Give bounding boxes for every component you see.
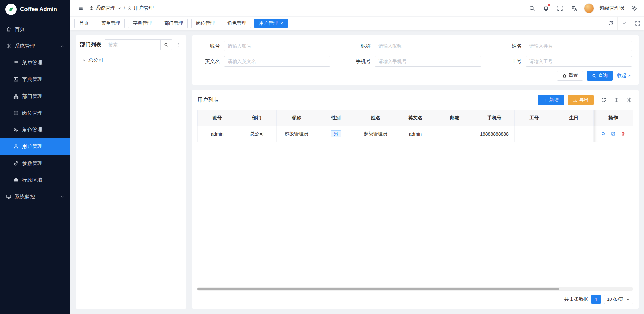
- tree-node-head-office[interactable]: 总公司: [81, 55, 181, 65]
- search-form-grid: 账号 昵称 姓名 英文名: [199, 41, 632, 67]
- field-nickname: 昵称: [349, 41, 481, 51]
- column-settings-button[interactable]: [625, 96, 633, 104]
- column-header-name: 姓名: [356, 110, 395, 126]
- tab-user-management[interactable]: 用户管理 ×: [254, 19, 288, 28]
- export-button[interactable]: 导出: [568, 95, 594, 105]
- tab-label: 首页: [79, 20, 89, 26]
- global-search-button[interactable]: [528, 4, 536, 13]
- chevron-up-icon: [60, 44, 64, 48]
- fullscreen-button[interactable]: [556, 4, 565, 13]
- department-more-button[interactable]: [175, 41, 182, 48]
- column-header-phone: 手机号: [475, 110, 514, 126]
- sidebar-item-post-management[interactable]: 岗位管理: [0, 105, 70, 121]
- tab-label: 菜单管理: [101, 20, 120, 26]
- cell-phone: 18888888888: [475, 126, 514, 142]
- tab-bar: 首页 菜单管理 字典管理 部门管理 岗位管理 角色管理 用户管理 ×: [70, 16, 644, 30]
- chevron-down-icon: [117, 6, 121, 10]
- department-panel-title: 部门列表: [80, 41, 101, 48]
- query-button[interactable]: 查询: [587, 71, 613, 81]
- user-avatar[interactable]: [584, 3, 594, 13]
- english-name-input[interactable]: [224, 56, 330, 67]
- column-header-department: 部门: [237, 110, 277, 126]
- chevron-down-icon: [622, 21, 627, 26]
- add-button-label: 新增: [549, 97, 559, 103]
- sidebar-item-user-management[interactable]: 用户管理: [0, 138, 70, 155]
- collapse-button[interactable]: 收起: [617, 73, 632, 79]
- gender-tag: 男: [331, 130, 341, 138]
- sidebar-item-label: 字典管理: [22, 76, 42, 83]
- breadcrumb-item-system[interactable]: 系统管理: [89, 5, 121, 11]
- chevron-down-icon: [60, 195, 64, 199]
- language-button[interactable]: [570, 4, 579, 13]
- app-title: Coffee Admin: [20, 6, 57, 13]
- cell-email: [435, 126, 475, 142]
- account-input[interactable]: [224, 41, 330, 51]
- delete-row-button[interactable]: [620, 131, 626, 137]
- horizontal-scrollbar[interactable]: [197, 287, 633, 291]
- refresh-table-button[interactable]: [600, 96, 608, 104]
- notifications-button[interactable]: [542, 4, 550, 13]
- user-table: 账号 部门 昵称 性别 姓名 英文名 邮箱 手机号 工号 生日 操作: [197, 110, 633, 142]
- tab-dictionary-management[interactable]: 字典管理: [128, 19, 156, 28]
- sidebar-item-home[interactable]: 首页: [0, 21, 70, 38]
- refresh-tab-button[interactable]: [604, 17, 617, 30]
- department-search-button[interactable]: [160, 40, 172, 50]
- reset-button[interactable]: 重置: [557, 71, 583, 81]
- sidebar-item-parameter-management[interactable]: 参数管理: [0, 155, 70, 172]
- department-tree: 总公司: [80, 55, 182, 66]
- department-search-input[interactable]: [105, 42, 160, 47]
- sidebar-item-admin-region[interactable]: 行政区域: [0, 172, 70, 188]
- name-input[interactable]: [526, 41, 632, 51]
- page-size-select[interactable]: 10 条/页: [604, 295, 633, 304]
- cell-actions: [593, 126, 633, 142]
- sidebar-item-menu-management[interactable]: 菜单管理: [0, 54, 70, 71]
- tab-label: 角色管理: [227, 20, 246, 26]
- view-row-button[interactable]: [601, 131, 606, 137]
- sidebar-item-system-monitor[interactable]: 系统监控: [0, 188, 70, 205]
- content-fullscreen-button[interactable]: [631, 17, 644, 30]
- content-area: 部门列表 总公司: [70, 30, 644, 314]
- bank-icon: [13, 177, 19, 183]
- page-number-button[interactable]: 1: [591, 295, 601, 304]
- query-button-label: 查询: [598, 73, 608, 79]
- job-number-input[interactable]: [526, 56, 632, 67]
- sidebar-item-role-management[interactable]: 角色管理: [0, 121, 70, 138]
- tab-label: 字典管理: [133, 20, 152, 26]
- pagination-total: 共 1 条数据: [564, 296, 588, 302]
- sidebar-item-system-management[interactable]: 系统管理: [0, 38, 70, 54]
- refresh-icon: [601, 97, 606, 103]
- tab-role-management[interactable]: 角色管理: [223, 19, 251, 28]
- nickname-input[interactable]: [375, 41, 481, 51]
- tab-post-management[interactable]: 岗位管理: [191, 19, 219, 28]
- sidebar-collapse-button[interactable]: [76, 4, 85, 13]
- close-icon[interactable]: ×: [280, 21, 283, 26]
- column-header-job-number: 工号: [514, 110, 554, 126]
- caret-right-icon[interactable]: [82, 58, 86, 62]
- sidebar-item-department-management[interactable]: 部门管理: [0, 88, 70, 105]
- column-header-actions: 操作: [593, 110, 633, 126]
- add-user-button[interactable]: 新增: [538, 95, 564, 105]
- main-column: 系统管理 / 用户管理 超级管理员: [70, 0, 644, 314]
- row-height-button[interactable]: [612, 96, 621, 104]
- tab-menu-management[interactable]: 菜单管理: [97, 19, 125, 28]
- field-label: 昵称: [349, 43, 371, 49]
- edit-row-button[interactable]: [610, 131, 616, 137]
- sidebar-item-dictionary-management[interactable]: 字典管理: [0, 71, 70, 88]
- tab-label: 部门管理: [164, 20, 183, 26]
- gear-icon: [6, 43, 11, 49]
- app-logo: Coffee Admin: [0, 0, 70, 19]
- settings-button[interactable]: [630, 4, 639, 13]
- user-table-card: 用户列表 新增 导出: [192, 90, 639, 309]
- table-row[interactable]: admin 总公司 超级管理员 男 超级管理员 admin 1888888888…: [198, 126, 633, 142]
- cell-english-name: admin: [395, 126, 435, 142]
- breadcrumb-item-user[interactable]: 用户管理: [127, 5, 154, 11]
- tab-department-management[interactable]: 部门管理: [160, 19, 188, 28]
- phone-input[interactable]: [375, 56, 481, 67]
- tab-home[interactable]: 首页: [74, 19, 93, 28]
- scrollbar-thumb[interactable]: [197, 288, 559, 290]
- sidebar-item-label: 首页: [15, 26, 25, 33]
- user-name[interactable]: 超级管理员: [599, 5, 625, 11]
- breadcrumb-separator: /: [124, 5, 125, 11]
- tab-options-button[interactable]: [617, 17, 631, 30]
- gear-icon: [631, 5, 637, 11]
